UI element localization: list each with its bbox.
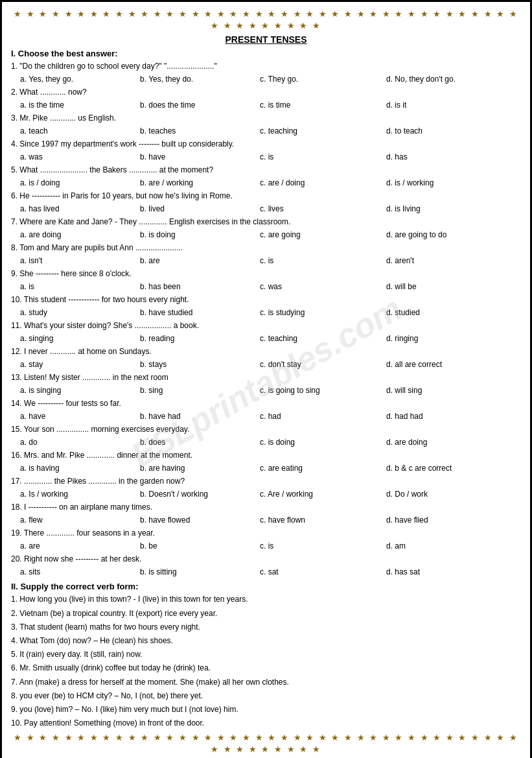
s5: 5. It (rain) every day. It (still, rain)… [11, 648, 521, 661]
q20-options: a. sits b. is sitting c. sat d. has sat [20, 566, 521, 578]
q1-options: a. Yes, they go. b. Yes, they do. c. The… [20, 73, 521, 85]
star-border-bottom: ★ ★ ★ ★ ★ ★ ★ ★ ★ ★ ★ ★ ★ ★ ★ ★ ★ ★ ★ ★ … [11, 732, 521, 755]
s9: 9. you (love) him? – No. I (like) him ve… [11, 704, 521, 716]
s7: 7. Ann (make) a dress for herself at the… [11, 676, 521, 689]
section-1-title: I. Choose the best answer: [11, 49, 521, 58]
s2: 2. Vietnam (be) a tropical country. It (… [11, 608, 521, 620]
s1: 1. How long you (live) in this town? - I… [11, 593, 521, 606]
q16: 16. Mrs. and Mr. Pike ............. dinn… [11, 449, 521, 461]
q3-options: a. teach b. teaches c. teaching d. to te… [20, 125, 521, 137]
q7: 7. Where are Kate and Jane? - They .....… [11, 216, 521, 228]
star-border-top: ★ ★ ★ ★ ★ ★ ★ ★ ★ ★ ★ ★ ★ ★ ★ ★ ★ ★ ★ ★ … [11, 8, 521, 32]
q9-options: a. is b. has been c. was d. will be [20, 281, 521, 292]
q18-options: a. flew b. have flowed c. have flown d. … [20, 514, 521, 526]
q16-options: a. is having b. are having c. are eating… [20, 462, 521, 474]
q13: 13. Listen! My sister ............. in t… [11, 372, 521, 383]
q12-options: a. stay b. stays c. don't stay d. all ar… [20, 359, 521, 370]
q2: 2. What ............ now? [11, 86, 521, 98]
q8: 8. Tom and Mary are pupils but Ann .....… [11, 242, 521, 254]
supply-list: 1. How long you (live) in this town? - I… [11, 593, 521, 729]
q17-options: a. Is / working b. Doesn't / working c. … [20, 488, 521, 500]
q15: 15. Your son ............... morning exe… [11, 423, 521, 435]
q19: 19. There ............. four seasons in … [11, 527, 521, 539]
q8-options: a. isn't b. are c. is d. aren't [20, 255, 521, 266]
q3: 3. Mr. Pike ............ us English. [11, 112, 521, 124]
q9: 9. She --------- here since 8 o'clock. [11, 268, 521, 279]
s8: 8. you ever (be) to HCM city? – No, I (n… [11, 690, 521, 702]
s10: 10. Pay attention! Something (move) in f… [11, 717, 521, 729]
question-list-1: 1. "Do the children go to school every d… [11, 60, 521, 578]
page: ESLprintables.com ★ ★ ★ ★ ★ ★ ★ ★ ★ ★ ★ … [0, 0, 532, 758]
q7-options: a. are doing b. is doing c. are going d.… [20, 229, 521, 241]
page-title: PRESENT TENSES [11, 34, 521, 45]
q10-options: a. study b. have studied c. is studying … [20, 307, 521, 318]
q19-options: a. are b. be c. is d. am [20, 540, 521, 552]
s4: 4. What Tom (do) now? – He (clean) his s… [11, 635, 521, 647]
q4: 4. Since 1997 my department's work -----… [11, 138, 521, 150]
q1: 1. "Do the children go to school every d… [11, 60, 521, 72]
q6-options: a. has lived b. lived c. lives d. is liv… [20, 203, 521, 215]
section-2-title: II. Supply the correct verb form: [11, 582, 521, 591]
q10: 10. This student ------------ for two ho… [11, 294, 521, 305]
q18: 18. I ----------- on an airplane many ti… [11, 501, 521, 513]
q11: 11. What's your sister doing? She's ....… [11, 320, 521, 331]
q17: 17. ............. the Pikes ............… [11, 475, 521, 487]
q5-options: a. is / doing b. are / working c. are / … [20, 177, 521, 189]
q14-options: a. have b. have had c. had d. had had [20, 410, 521, 422]
q5: 5. What ...................... the Baker… [11, 164, 521, 176]
q15-options: a. do b. does c. is doing d. are doing [20, 436, 521, 448]
q12: 12. I never ............ at home on Sund… [11, 346, 521, 357]
q20: 20. Right now she --------- at her desk. [11, 553, 521, 565]
q2-options: a. is the time b. does the time c. is ti… [20, 99, 521, 111]
s3: 3. That student (learn) maths for two ho… [11, 621, 521, 634]
q6: 6. He ----------- in Paris for 10 years,… [11, 190, 521, 202]
q4-options: a. was b. have c. is d. has [20, 151, 521, 163]
q13-options: a. is singing b. sing c. is going to sin… [20, 385, 521, 396]
s6: 6. Mr. Smith usually (drink) coffee but … [11, 662, 521, 674]
q11-options: a. singing b. reading c. teaching d. rin… [20, 333, 521, 344]
q14: 14. We ---------- four tests so far. [11, 397, 521, 409]
